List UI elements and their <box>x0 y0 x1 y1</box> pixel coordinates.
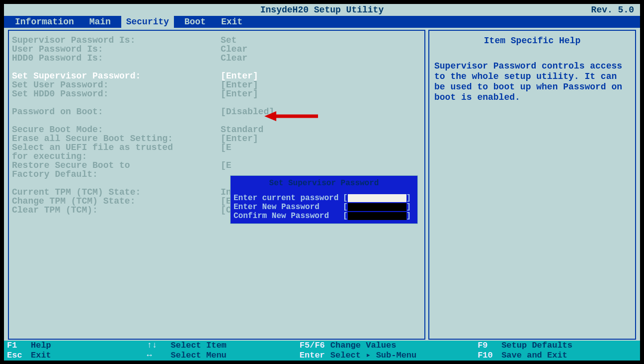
key-f5f6: F5/F6 <box>300 341 330 351</box>
footer-bar: F1Help EscExit ↑↓Select Item ↔Select Men… <box>4 341 640 361</box>
help-title: Item Specific Help <box>434 36 630 46</box>
hint-submenu: Select ▸ Sub-Menu <box>330 351 416 360</box>
key-f9: F9 <box>478 341 501 351</box>
row-set-supervisor-password[interactable]: Set Supervisor Password:[Enter] <box>12 72 421 80</box>
row-select-uefi-file[interactable]: Select an UEFI file as trusted[E <box>12 143 421 152</box>
tab-main[interactable]: Main <box>84 16 116 28</box>
dialog-row-new: Enter New Password [ ] <box>234 203 414 212</box>
help-text: Supervisor Password controls access to t… <box>434 61 630 103</box>
key-updown: ↑↓ <box>147 341 171 351</box>
hint-select-item: Select Item <box>171 341 227 350</box>
tab-security[interactable]: Security <box>121 16 174 28</box>
key-f10: F10 <box>478 351 501 361</box>
hint-setup-defaults: Setup Defaults <box>501 341 572 350</box>
hint-exit: Exit <box>31 351 51 360</box>
dialog-row-current: Enter current password [ ] <box>234 194 414 203</box>
tab-boot[interactable]: Boot <box>179 16 211 28</box>
row-restore-secure-boot[interactable]: Restore Secure Boot to[E <box>12 161 421 170</box>
confirm-password-input[interactable] <box>348 212 406 220</box>
row-password-on-boot[interactable]: Password on Boot:[Disabled] <box>12 107 421 116</box>
hint-select-menu: Select Menu <box>171 351 227 360</box>
title-bar: InsydeH20 Setup Utility Rev. 5.0 <box>4 4 640 16</box>
tab-exit[interactable]: Exit <box>216 16 247 28</box>
key-esc: Esc <box>7 351 31 361</box>
row-set-hdd0-password[interactable]: Set HDD0 Password:[Enter] <box>12 89 421 98</box>
row-supervisor-password-is: Supervisor Password Is:Set <box>12 36 421 45</box>
tab-information[interactable]: Information <box>10 16 79 28</box>
revision-label: Rev. 5.0 <box>591 4 634 16</box>
help-pane: Item Specific Help Supervisor Password c… <box>428 30 636 340</box>
menu-bar[interactable]: Information Main Security Boot Exit <box>4 16 640 28</box>
row-secure-boot-mode[interactable]: Secure Boot Mode:Standard <box>12 125 421 134</box>
key-f1: F1 <box>7 341 31 351</box>
dialog-row-confirm: Confirm New Password [ ] <box>234 212 414 220</box>
dialog-title: Set Supervisor Password <box>231 176 417 194</box>
app-title: InsydeH20 Setup Utility <box>4 4 640 16</box>
hint-save-exit: Save and Exit <box>501 351 567 360</box>
row-erase-secure-boot[interactable]: Erase all Secure Boot Setting:[Enter] <box>12 134 421 143</box>
hint-help: Help <box>31 341 51 350</box>
new-password-input[interactable] <box>348 203 406 211</box>
work-area: Supervisor Password Is:Set User Password… <box>4 28 640 340</box>
row-select-uefi-file-2: for executing: <box>12 152 421 161</box>
bios-screen: InsydeH20 Setup Utility Rev. 5.0 Informa… <box>4 4 640 361</box>
key-enter: Enter <box>300 351 330 361</box>
set-supervisor-password-dialog: Set Supervisor Password Enter current pa… <box>230 175 418 224</box>
row-hdd0-password-is: HDD0 Password Is:Clear <box>12 54 421 63</box>
row-set-user-password[interactable]: Set User Password:[Enter] <box>12 80 421 89</box>
key-leftright: ↔ <box>147 351 171 361</box>
hint-change-values: Change Values <box>330 341 397 350</box>
current-password-input[interactable] <box>348 194 406 202</box>
row-user-password-is: User Password Is:Clear <box>12 45 421 54</box>
